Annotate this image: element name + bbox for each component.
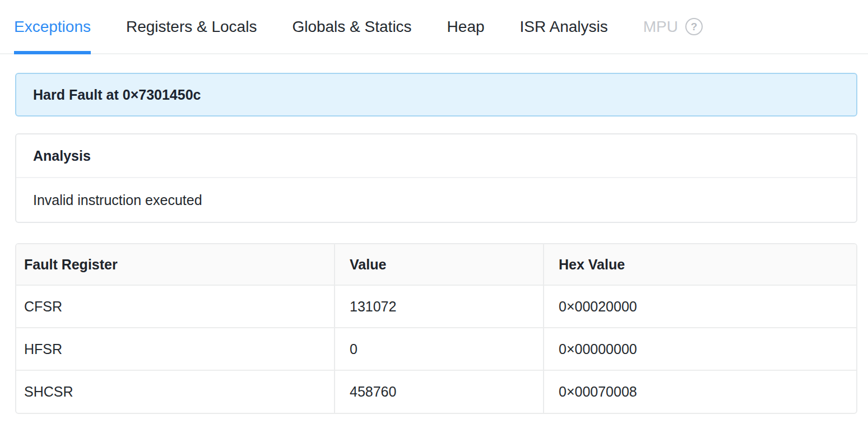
register-value-cell: 458760: [335, 370, 544, 413]
column-header-fault-register: Fault Register: [16, 244, 335, 285]
register-name-cell: CFSR: [16, 285, 335, 328]
tab-isr-analysis[interactable]: ISR Analysis: [520, 0, 608, 53]
tab-globals-statics[interactable]: Globals & Statics: [292, 0, 411, 53]
register-name-cell: SHCSR: [16, 370, 335, 413]
register-hex-cell: 0×00020000: [544, 285, 856, 328]
table-row: HFSR 0 0×00000000: [16, 328, 856, 370]
exceptions-panel: Hard Fault at 0×7301450c Analysis Invali…: [0, 73, 868, 414]
tab-heap[interactable]: Heap: [447, 0, 485, 53]
tab-globals-statics-label: Globals & Statics: [292, 18, 411, 36]
register-value-cell: 0: [335, 328, 544, 370]
question-circle-icon[interactable]: ?: [685, 18, 703, 35]
column-header-value: Value: [335, 244, 544, 285]
table-row: CFSR 131072 0×00020000: [16, 285, 856, 328]
tab-heap-label: Heap: [447, 18, 485, 36]
analysis-card-header: Analysis: [16, 134, 856, 178]
tab-mpu: MPU ?: [643, 0, 703, 53]
table-row: SHCSR 458760 0×00070008: [16, 370, 856, 413]
tab-mpu-label: MPU: [643, 18, 678, 36]
hard-fault-alert-title: Hard Fault at 0×7301450c: [33, 87, 201, 103]
analysis-card-body: Invalid instruction executed: [16, 178, 856, 222]
analysis-card: Analysis Invalid instruction executed: [15, 133, 857, 223]
tab-bar: Exceptions Registers & Locals Globals & …: [0, 0, 868, 54]
register-value-cell: 131072: [335, 285, 544, 328]
tab-registers-locals-label: Registers & Locals: [126, 18, 257, 36]
analysis-text: Invalid instruction executed: [33, 192, 202, 208]
tab-isr-analysis-label: ISR Analysis: [520, 18, 608, 36]
fault-register-table: Fault Register Value Hex Value CFSR 1310…: [16, 244, 856, 413]
table-header-row: Fault Register Value Hex Value: [16, 244, 856, 285]
column-header-hex-value: Hex Value: [544, 244, 856, 285]
hard-fault-alert: Hard Fault at 0×7301450c: [15, 73, 857, 117]
tab-exceptions-label: Exceptions: [14, 18, 91, 36]
register-name-cell: HFSR: [16, 328, 335, 370]
tab-registers-locals[interactable]: Registers & Locals: [126, 0, 257, 53]
fault-register-table-container: Fault Register Value Hex Value CFSR 1310…: [15, 243, 857, 414]
register-hex-cell: 0×00070008: [544, 370, 856, 413]
analysis-card-title: Analysis: [33, 148, 91, 164]
register-hex-cell: 0×00000000: [544, 328, 856, 370]
tab-exceptions[interactable]: Exceptions: [14, 0, 91, 53]
